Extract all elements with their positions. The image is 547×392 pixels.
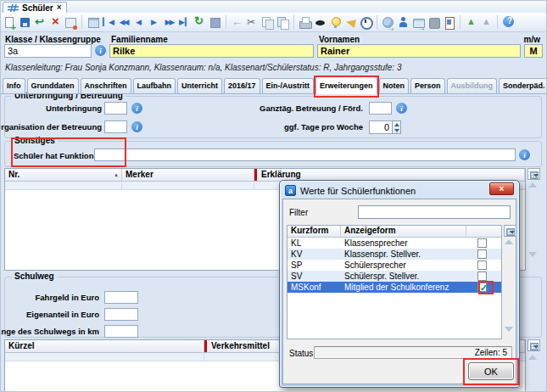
edit-record-icon[interactable] xyxy=(64,15,78,30)
prior-record-icon[interactable] xyxy=(131,15,146,30)
tab-noten[interactable]: Noten xyxy=(379,78,410,93)
unterbringung-input[interactable] xyxy=(104,102,127,115)
import-icon[interactable] xyxy=(464,15,478,30)
info-icon[interactable] xyxy=(519,149,530,160)
mskonf-checkbox[interactable] xyxy=(477,283,487,292)
row-checkbox[interactable] xyxy=(477,272,487,281)
new-record-icon[interactable] xyxy=(3,15,17,30)
klasse-input[interactable] xyxy=(4,44,92,58)
navigate-back-icon[interactable] xyxy=(230,15,244,30)
undo-icon[interactable] xyxy=(33,15,47,30)
eigenanteil-input[interactable] xyxy=(104,308,138,321)
tab-schuljahr[interactable]: 2016/17 xyxy=(224,78,260,93)
tab-info[interactable]: Info xyxy=(3,78,25,93)
first-record-icon[interactable] xyxy=(101,15,115,30)
grid-options-icon[interactable] xyxy=(527,339,540,351)
unterbringung-label: Unterbringung xyxy=(46,104,102,113)
zeilen-count: Zeilen: 5 xyxy=(475,348,507,357)
hint-icon[interactable] xyxy=(328,15,343,30)
export-icon[interactable] xyxy=(479,15,494,30)
table-row-mskonf[interactable]: MSKonf Mitglied der Schulkonferenz xyxy=(287,282,501,293)
delete-record-icon[interactable] xyxy=(48,15,63,30)
archive-icon[interactable] xyxy=(427,15,441,30)
scroll-up-icon[interactable] xyxy=(528,182,537,188)
tage-input[interactable] xyxy=(369,120,393,134)
vornamen-input[interactable] xyxy=(317,44,521,58)
document-tab-schueler[interactable]: Schüler xyxy=(3,2,67,13)
table-row-sp[interactable]: SP Schülersprecher xyxy=(287,260,501,271)
copy-window-icon[interactable] xyxy=(86,15,100,30)
tab-grunddaten[interactable]: Grunddaten xyxy=(27,78,79,93)
column-nr[interactable]: Nr. xyxy=(5,169,122,181)
column-merker[interactable]: Merker xyxy=(122,169,254,181)
paste-icon[interactable] xyxy=(276,15,290,30)
vornamen-label: Vornamen xyxy=(319,35,360,44)
funktion-input[interactable] xyxy=(94,148,516,161)
row-checkbox[interactable] xyxy=(477,238,487,248)
info-icon[interactable] xyxy=(131,121,142,132)
fahrgeld-input[interactable] xyxy=(104,291,138,304)
spin-up-icon[interactable] xyxy=(393,121,400,127)
column-anzeigeform[interactable]: Anzeigeform xyxy=(340,226,466,237)
export-folder-icon[interactable] xyxy=(411,15,426,30)
save-icon[interactable] xyxy=(18,15,32,30)
laenge-input[interactable] xyxy=(104,325,138,338)
grid-options-icon[interactable] xyxy=(504,225,516,237)
column-checkbox[interactable] xyxy=(466,226,501,237)
tab-anschriften[interactable]: Anschriften xyxy=(81,78,131,93)
column-kuerzel[interactable]: Kürzel xyxy=(5,340,204,352)
ganztag-input[interactable] xyxy=(369,102,392,115)
scroll-up-icon[interactable] xyxy=(528,355,537,360)
column-erklaerung[interactable]: Erklärung xyxy=(254,169,525,181)
tab-person[interactable]: Person xyxy=(410,78,445,93)
next-record-icon[interactable] xyxy=(147,15,161,30)
scroll-down-icon[interactable] xyxy=(505,327,513,332)
tabstrip-line xyxy=(1,93,546,94)
student-icon[interactable] xyxy=(396,15,410,30)
help-icon[interactable] xyxy=(501,15,516,30)
ok-button[interactable]: OK xyxy=(468,362,514,380)
refresh-icon[interactable] xyxy=(193,15,207,30)
next-page-icon[interactable] xyxy=(162,15,176,30)
grid-options-icon[interactable] xyxy=(527,168,540,180)
table-row-sv[interactable]: SV Schülerspr. Stellver. xyxy=(287,271,501,282)
prior-page-icon[interactable] xyxy=(116,15,131,30)
geschlecht-input[interactable] xyxy=(524,44,543,58)
spin-down-icon[interactable] xyxy=(393,127,400,133)
info-icon[interactable] xyxy=(396,103,407,114)
dialog-titlebar[interactable]: Werte für Schülerfunktionen xyxy=(285,183,416,198)
cut-icon[interactable] xyxy=(245,15,260,30)
tage-spinner[interactable] xyxy=(392,120,401,134)
tab-erweiterungen[interactable]: Erweiterungen xyxy=(315,76,377,94)
funktionen-table-header: Kurzform Anzeigeform xyxy=(287,226,501,238)
dialog-close-icon[interactable] xyxy=(489,182,514,195)
scroll-down-icon[interactable] xyxy=(528,252,537,257)
close-tab-icon[interactable] xyxy=(57,3,62,12)
info-icon[interactable] xyxy=(131,103,142,114)
filter-input[interactable] xyxy=(358,205,511,219)
preview-icon[interactable] xyxy=(313,15,327,30)
table-row-kl[interactable]: KL Klassensprecher xyxy=(287,238,501,249)
scroll-up-icon[interactable] xyxy=(505,239,513,244)
last-record-icon[interactable] xyxy=(177,15,192,30)
copy-icon[interactable] xyxy=(260,15,275,30)
cancel-icon[interactable] xyxy=(208,15,222,30)
row-checkbox[interactable] xyxy=(477,249,487,259)
web-export-icon[interactable] xyxy=(381,15,395,30)
print-icon[interactable] xyxy=(298,15,312,30)
reminder-icon[interactable] xyxy=(359,15,373,30)
tab-laufbahn[interactable]: Laufbahn xyxy=(133,78,176,93)
organisation-input[interactable] xyxy=(104,120,127,133)
row-checkbox[interactable] xyxy=(477,260,487,270)
tab-ein-austritt[interactable]: Ein-/Austritt xyxy=(262,78,315,93)
table-row-kv[interactable]: KV Klassenspr. Stellver. xyxy=(287,249,501,260)
info-icon[interactable] xyxy=(95,45,106,56)
tab-sonderpaed[interactable]: Sonderpäd. xyxy=(499,78,547,93)
tab-unterricht[interactable]: Unterricht xyxy=(177,78,222,93)
announcement-icon[interactable] xyxy=(343,15,358,30)
familienname-input[interactable] xyxy=(109,44,314,58)
column-kurzform[interactable]: Kurzform xyxy=(287,226,340,237)
schild-window: Schüler xyxy=(0,0,547,392)
student-report-icon[interactable] xyxy=(442,15,456,30)
toolbar-separator xyxy=(497,15,498,29)
